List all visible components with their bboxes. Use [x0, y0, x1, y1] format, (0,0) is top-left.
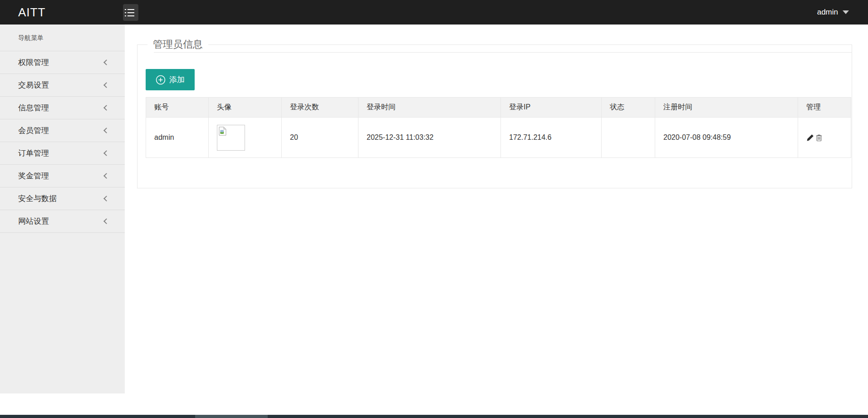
- sidebar: 导航菜单 权限管理 交易设置 信息管理 会员管理 订单管理 奖金管理 安全与数据…: [0, 25, 125, 393]
- broken-image-icon: [219, 127, 226, 136]
- sidebar-item-orders[interactable]: 订单管理: [0, 142, 125, 165]
- sidebar-item-security-data[interactable]: 安全与数据: [0, 187, 125, 210]
- chevron-left-icon: [103, 128, 109, 133]
- sidebar-item-label: 订单管理: [18, 148, 49, 158]
- user-dropdown[interactable]: admin: [817, 0, 849, 25]
- sidebar-item-label: 安全与数据: [18, 193, 57, 204]
- sidebar-item-site-settings[interactable]: 网站设置: [0, 210, 125, 233]
- add-button-label: 添加: [169, 74, 185, 85]
- add-button[interactable]: 添加: [146, 69, 195, 90]
- col-login-count: 登录次数: [282, 98, 358, 118]
- col-account: 账号: [146, 98, 209, 118]
- cell-login-time: 2025-12-31 11:03:32: [358, 118, 501, 158]
- chevron-left-icon: [103, 218, 109, 224]
- chevron-left-icon: [103, 150, 109, 156]
- table-row: admin 20 2025-12-31 11:03:32 172.71.214.…: [146, 118, 851, 158]
- top-bar: AITT admin: [0, 0, 868, 25]
- chevron-left-icon: [103, 196, 109, 202]
- pencil-icon: [806, 134, 814, 142]
- admins-table: 账号 头像 登录次数 登录时间 登录IP 状态 注册时间 管理 admin: [146, 97, 851, 158]
- col-register-time: 注册时间: [655, 98, 798, 118]
- scrollbar-thumb[interactable]: [195, 415, 268, 418]
- chevron-left-icon: [103, 173, 109, 179]
- cell-login-count: 20: [282, 118, 358, 158]
- cell-status: [602, 118, 655, 158]
- plus-circle-icon: [156, 75, 166, 85]
- sidebar-title: 导航菜单: [0, 25, 125, 51]
- cell-manage: [798, 118, 851, 158]
- sidebar-item-label: 信息管理: [18, 103, 49, 113]
- col-login-ip: 登录IP: [501, 98, 602, 118]
- sidebar-item-members[interactable]: 会员管理: [0, 119, 125, 142]
- edit-button[interactable]: [806, 134, 814, 142]
- col-avatar: 头像: [209, 98, 282, 118]
- sidebar-item-label: 会员管理: [18, 125, 49, 136]
- cell-register-time: 2020-07-08 09:48:59: [655, 118, 798, 158]
- app-logo: AITT: [18, 0, 45, 25]
- trash-icon: [815, 134, 823, 142]
- chevron-left-icon: [103, 59, 109, 65]
- cell-avatar: [209, 118, 282, 158]
- title-divider: [154, 52, 852, 53]
- chevron-left-icon: [103, 105, 109, 111]
- sidebar-item-label: 奖金管理: [18, 171, 49, 181]
- sidebar-item-label: 权限管理: [18, 57, 49, 68]
- col-status: 状态: [602, 98, 655, 118]
- col-manage: 管理: [798, 98, 851, 118]
- chevron-left-icon: [103, 82, 109, 88]
- col-login-time: 登录时间: [358, 98, 501, 118]
- cell-login-ip: 172.71.214.6: [501, 118, 602, 158]
- sidebar-item-label: 交易设置: [18, 80, 49, 90]
- user-name: admin: [817, 8, 838, 17]
- sidebar-item-info-management[interactable]: 信息管理: [0, 97, 125, 119]
- sidebar-toggle-button[interactable]: [123, 4, 138, 21]
- page-title: 管理员信息: [147, 38, 208, 51]
- horizontal-scrollbar[interactable]: [0, 415, 868, 418]
- table-header-row: 账号 头像 登录次数 登录时间 登录IP 状态 注册时间 管理: [146, 98, 851, 118]
- cell-account: admin: [146, 118, 209, 158]
- sidebar-item-label: 网站设置: [18, 216, 49, 226]
- sidebar-item-bonus[interactable]: 奖金管理: [0, 165, 125, 187]
- avatar: [217, 125, 245, 151]
- delete-button[interactable]: [815, 134, 823, 142]
- admin-info-panel: 管理员信息 添加 账号 头像 登录次数 登录时间 登录IP 状态 注册时间 管理: [137, 44, 852, 188]
- sidebar-item-trade-settings[interactable]: 交易设置: [0, 74, 125, 97]
- sidebar-item-permissions[interactable]: 权限管理: [0, 51, 125, 74]
- chevron-down-icon: [843, 10, 849, 14]
